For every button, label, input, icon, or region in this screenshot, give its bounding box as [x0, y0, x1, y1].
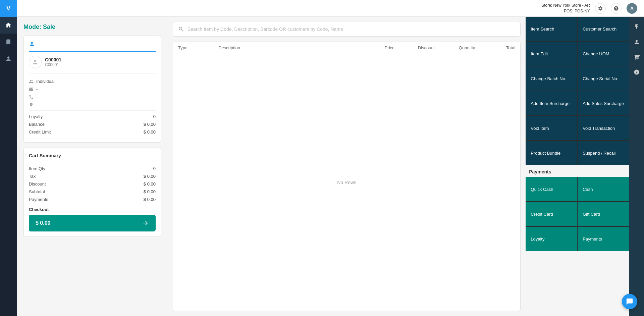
customer-name: C00001: [45, 57, 61, 62]
item-qty-value: 0: [153, 166, 156, 171]
mode-value: Sale: [43, 23, 55, 30]
action-btn-product-bundle[interactable]: Product Bundle: [526, 141, 577, 165]
help-button[interactable]: [611, 3, 622, 14]
col-qty-header: Quantity: [435, 45, 475, 50]
store-line2: POS: POS-NY: [541, 8, 590, 14]
right-wrapper: Item SearchCustomer SearchItem EditChang…: [526, 17, 644, 316]
person-icon-btn[interactable]: [630, 35, 643, 49]
balance-label: Balance: [29, 122, 45, 127]
main-wrapper: Store: New York Store - AR POS: POS-NY A…: [17, 0, 644, 316]
action-grid: Item SearchCustomer SearchItem EditChang…: [526, 17, 629, 165]
cart-summary-title: Cart Summary: [29, 153, 156, 162]
customer-email-row: -: [29, 87, 156, 92]
customer-type: Individual: [36, 79, 55, 84]
chat-fab[interactable]: [622, 294, 637, 309]
payment-btn-payments[interactable]: Payments: [578, 227, 629, 251]
left-panel: Mode: Sale C00001 C00001: [17, 17, 168, 316]
settings-button[interactable]: [595, 3, 606, 14]
customer-phone: -: [36, 94, 38, 99]
mode-title: Mode: Sale: [23, 23, 161, 31]
action-btn-void-item[interactable]: Void Item: [526, 116, 577, 140]
items-table: Type Description Price Discount Quantity…: [173, 42, 521, 311]
loyalty-value: 0: [153, 114, 156, 119]
action-btn-add-item-surcharge[interactable]: Add Item Surcharge: [526, 91, 577, 115]
checkout-label: Checkout: [29, 207, 156, 212]
credit-limit-value: $ 0.00: [144, 129, 156, 135]
col-discount-header: Discount: [394, 45, 435, 50]
right-content: Item SearchCustomer SearchItem EditChang…: [526, 17, 629, 316]
customer-tabs: [29, 41, 156, 52]
credit-limit-label: Credit Limit: [29, 129, 51, 135]
customer-code: C00001: [45, 62, 61, 67]
sidebar-item-home[interactable]: [0, 17, 17, 34]
col-desc-header: Description: [218, 45, 354, 50]
sidebar-nav: V: [0, 0, 17, 316]
discount-value: $ 0.00: [144, 181, 156, 187]
action-btn-item-search[interactable]: Item Search: [526, 17, 577, 41]
top-header: Store: New York Store - AR POS: POS-NY A: [17, 0, 644, 17]
search-bar: [173, 22, 521, 37]
sidebar-item-bookmarks[interactable]: [0, 34, 17, 50]
checkout-button[interactable]: $ 0.00: [29, 215, 156, 231]
payments-value: $ 0.00: [144, 197, 156, 202]
payment-btn-cash[interactable]: Cash: [578, 177, 629, 201]
search-input[interactable]: [187, 27, 515, 32]
customer-phone-row: -: [29, 94, 156, 99]
payment-btn-gift-card[interactable]: Gift Card: [578, 202, 629, 226]
action-btn-add-sales-surcharge[interactable]: Add Sales Surcharge: [578, 91, 629, 115]
action-btn-suspend-recall[interactable]: Suspend / Recall: [578, 141, 629, 165]
credit-limit-line: Credit Limit $ 0.00: [29, 129, 156, 135]
checkout-amount: $ 0.00: [36, 220, 50, 226]
content-row: Mode: Sale C00001 C00001: [17, 17, 644, 316]
tax-line: Tax $ 0.00: [29, 174, 156, 179]
loyalty-label: Loyalty: [29, 114, 43, 119]
info-icon-btn[interactable]: [630, 65, 643, 79]
user-avatar[interactable]: A: [627, 3, 637, 14]
discount-line: Discount $ 0.00: [29, 181, 156, 187]
customer-tab-person[interactable]: [29, 41, 35, 48]
balance-line: Balance $ 0.00: [29, 122, 156, 127]
discount-label: Discount: [29, 181, 46, 187]
cart-icon-btn[interactable]: [630, 50, 643, 64]
balance-value: $ 0.00: [144, 122, 156, 127]
store-line1: Store: New York Store - AR: [541, 3, 590, 8]
action-btn-customer-search[interactable]: Customer Search: [578, 17, 629, 41]
customer-avatar: [29, 56, 42, 68]
store-info: Store: New York Store - AR POS: POS-NY: [541, 3, 590, 14]
payments-label: Payments: [29, 197, 48, 202]
tax-value: $ 0.00: [144, 174, 156, 179]
customer-details: C00001 C00001: [45, 57, 61, 67]
action-btn-change-serial-no[interactable]: Change Serial No.: [578, 66, 629, 91]
customer-card: C00001 C00001 Individual - -: [23, 36, 161, 143]
right-icon-nav: [629, 17, 644, 316]
col-price-header: Price: [354, 45, 394, 50]
loyalty-line: Loyalty 0: [29, 114, 156, 119]
center-panel: Type Description Price Discount Quantity…: [168, 17, 526, 316]
payments-line: Payments $ 0.00: [29, 197, 156, 202]
tax-label: Tax: [29, 174, 36, 179]
customer-email: -: [36, 87, 38, 92]
action-btn-change-uom[interactable]: Change UOM: [578, 42, 629, 66]
table-header: Type Description Price Discount Quantity…: [173, 42, 520, 54]
item-qty-label: Item Qty: [29, 166, 45, 171]
payment-btn-loyalty[interactable]: Loyalty: [526, 227, 577, 251]
action-btn-item-edit[interactable]: Item Edit: [526, 42, 577, 66]
payment-btn-credit-card[interactable]: Credit Card: [526, 202, 577, 226]
sidebar-item-users[interactable]: [0, 50, 17, 67]
app-logo[interactable]: V: [0, 0, 17, 17]
customer-location: -: [36, 102, 38, 107]
search-icon: [178, 26, 184, 32]
action-btn-change-batch-no[interactable]: Change Batch No.: [526, 66, 577, 91]
col-type-header: Type: [178, 45, 218, 50]
action-btn-void-transaction[interactable]: Void Transaction: [578, 116, 629, 140]
item-qty-line: Item Qty 0: [29, 166, 156, 171]
table-body: No Rows: [173, 54, 520, 311]
flash-icon-btn[interactable]: [630, 20, 643, 34]
subtotal-line: Subtotal $ 0.00: [29, 189, 156, 194]
subtotal-value: $ 0.00: [144, 189, 156, 194]
subtotal-label: Subtotal: [29, 189, 45, 194]
checkout-section: Checkout $ 0.00: [29, 207, 156, 231]
no-rows-message: No Rows: [337, 180, 356, 185]
payment-btn-quick-cash[interactable]: Quick Cash: [526, 177, 577, 201]
customer-type-row: Individual: [29, 79, 156, 84]
